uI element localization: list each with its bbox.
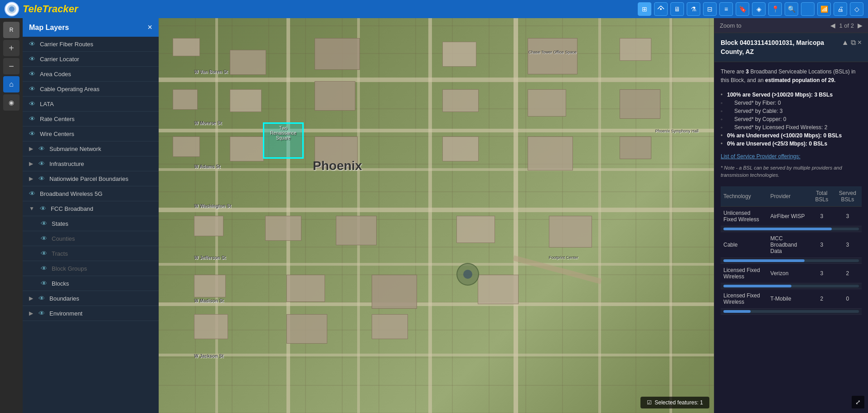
layer-item-carrier-locator[interactable]: 👁Carrier Locator: [23, 52, 159, 67]
monitor-toolbar-btn[interactable]: 🖥: [670, 2, 684, 16]
logo-icon: [5, 2, 19, 16]
layers-close-btn[interactable]: ×: [147, 23, 152, 32]
table-row: [721, 226, 862, 232]
signal-toolbar-btn[interactable]: [654, 2, 668, 16]
layer-item-counties[interactable]: 👁Counties: [23, 231, 159, 246]
layer-item-environment[interactable]: ▶👁Environment: [23, 306, 159, 321]
selected-block[interactable]: Two Renaissance Square: [263, 122, 304, 159]
layer-eye-broadband-wireless[interactable]: 👁: [29, 190, 36, 197]
bullet-served: 100% are Served (>100/20 Mbps): 3 BSLs: [721, 91, 862, 99]
home-side-btn[interactable]: ⌂: [3, 76, 19, 92]
bookmark-toolbar-btn[interactable]: 🔖: [736, 2, 749, 16]
person-toolbar-btn[interactable]: 👤: [801, 2, 815, 16]
layer-chevron-boundaries: ▶: [29, 295, 33, 301]
cell-technology: Licensed Fixed Wireless: [721, 289, 768, 308]
col-total: Total BSLs: [810, 186, 834, 207]
layers-toolbar-btn[interactable]: ⊞: [638, 2, 651, 16]
layer-eye-submarine-network[interactable]: 👁: [39, 145, 46, 152]
layer-chevron-nationwide-parcel: ▶: [29, 175, 33, 182]
layer-item-blocks[interactable]: 👁Blocks: [23, 276, 159, 291]
layer-item-wire-centers[interactable]: 👁Wire Centers: [23, 126, 159, 141]
layer-eye-fcc-broadband[interactable]: 👁: [40, 205, 47, 212]
print-toolbar-btn[interactable]: 🖨: [834, 2, 847, 16]
layer-eye-blocks[interactable]: 👁: [41, 280, 48, 287]
layer-item-carrier-fiber[interactable]: 👁Carrier Fiber Routes: [23, 37, 159, 52]
layer-eye-counties[interactable]: 👁: [41, 235, 48, 242]
layer-label-boundaries: Boundaries: [49, 295, 79, 302]
layer-item-states[interactable]: 👁States: [23, 216, 159, 231]
bullet-fiber: Served* by Fiber: 0: [721, 99, 862, 107]
layer-chevron-fcc-broadband: ▼: [29, 205, 34, 212]
provider-tbody: Unlicensed Fixed Wireless AirFiber WISP …: [721, 206, 862, 314]
layer-eye-cable-operating[interactable]: 👁: [29, 85, 36, 92]
pin-toolbar-btn[interactable]: 📍: [768, 2, 782, 16]
layer-eye-nationwide-parcel[interactable]: 👁: [39, 175, 46, 182]
table-row: Unlicensed Fixed Wireless AirFiber WISP …: [721, 206, 862, 226]
layer-label-carrier-fiber: Carrier Fiber Routes: [40, 41, 93, 48]
layer-label-rate-centers: Rate Centers: [40, 116, 75, 122]
cell-served: 3: [834, 232, 862, 258]
layer-eye-block-groups[interactable]: 👁: [41, 265, 48, 272]
zoom-prev-btn[interactable]: ◀: [830, 22, 835, 29]
layer-label-tracts: Tracts: [52, 250, 68, 257]
block-collapse-btn[interactable]: ▲: [842, 39, 849, 47]
layer-label-states: States: [52, 220, 68, 227]
layers2-toolbar-btn[interactable]: ◈: [752, 2, 766, 16]
search-toolbar-btn[interactable]: 🔍: [785, 2, 798, 16]
layer-eye-boundaries[interactable]: 👁: [39, 295, 46, 302]
location-side-btn[interactable]: ◉: [3, 94, 19, 111]
layer-eye-environment[interactable]: 👁: [39, 310, 46, 317]
layer-eye-carrier-locator[interactable]: 👁: [29, 55, 36, 63]
layer-label-blocks: Blocks: [52, 280, 69, 287]
bullet-fixed-wireless: Served* by Licensed Fixed Wireless: 2: [721, 123, 862, 131]
layer-item-fcc-broadband[interactable]: ▼👁FCC Broadband: [23, 201, 159, 216]
layer-item-broadband-wireless[interactable]: 👁Broadband Wireless 5G: [23, 186, 159, 201]
layer-eye-tracts[interactable]: 👁: [41, 250, 48, 257]
toolbar: TeleTracker ⊞ 🖥 ⚗ ⊟ ≡ 🔖 ◈ 📍 🔍 👤 📶 🖨 ◇: [0, 0, 868, 18]
cell-total: 3: [810, 206, 834, 226]
block-popout-btn[interactable]: ⧉: [851, 39, 856, 47]
layer-item-rate-centers[interactable]: 👁Rate Centers: [23, 112, 159, 126]
layers-header: Map Layers ×: [23, 18, 159, 37]
layer-item-cable-operating[interactable]: 👁Cable Operating Areas: [23, 82, 159, 97]
layer-label-nationwide-parcel: Nationwide Parcel Boundaries: [49, 175, 128, 182]
expand-map-btn[interactable]: ⤢: [852, 396, 864, 408]
layer-item-tracts[interactable]: 👁Tracts: [23, 246, 159, 261]
table-toolbar-btn[interactable]: ⊟: [703, 2, 717, 16]
zoom-in-side-btn[interactable]: +: [3, 40, 19, 56]
cell-provider: AirFiber WISP: [768, 206, 810, 226]
layer-item-boundaries[interactable]: ▶👁Boundaries: [23, 291, 159, 306]
layer-chevron-submarine-network: ▶: [29, 146, 33, 152]
col-technology: Technology: [721, 186, 768, 207]
wifi-toolbar-btn[interactable]: 📶: [817, 2, 831, 16]
features-icon: ☑: [647, 399, 652, 406]
list-toolbar-btn[interactable]: ≡: [719, 2, 733, 16]
layer-chevron-environment: ▶: [29, 310, 33, 316]
cell-technology: Cable: [721, 232, 768, 258]
layer-eye-rate-centers[interactable]: 👁: [29, 115, 36, 122]
zoom-out-side-btn[interactable]: −: [3, 58, 19, 74]
block-close-btn[interactable]: ×: [858, 39, 862, 47]
layer-item-nationwide-parcel[interactable]: ▶👁Nationwide Parcel Boundaries: [23, 171, 159, 186]
diamond-toolbar-btn[interactable]: ◇: [850, 2, 863, 16]
layer-eye-carrier-fiber[interactable]: 👁: [29, 40, 36, 48]
layer-label-lata: LATA: [40, 101, 54, 107]
block-header: Block 040131141001031, Maricopa County, …: [714, 33, 868, 62]
layer-item-submarine-network[interactable]: ▶👁Submarine Network: [23, 141, 159, 156]
layer-eye-wire-centers[interactable]: 👁: [29, 130, 36, 137]
cell-served: 0: [834, 289, 862, 308]
layer-eye-lata[interactable]: 👁: [29, 100, 36, 107]
block-content: There are 3 Broadband Serviceable Locati…: [714, 62, 868, 320]
zoom-next-btn[interactable]: ▶: [858, 22, 863, 29]
layer-item-lata[interactable]: 👁LATA: [23, 97, 159, 112]
filter-toolbar-btn[interactable]: ⚗: [687, 2, 700, 16]
layer-item-block-groups[interactable]: 👁Block Groups: [23, 261, 159, 276]
layer-eye-area-codes[interactable]: 👁: [29, 70, 36, 78]
service-provider-link[interactable]: List of Service Provider offerings:: [721, 153, 862, 160]
layer-item-area-codes[interactable]: 👁Area Codes: [23, 67, 159, 82]
layer-eye-states[interactable]: 👁: [41, 220, 48, 227]
layer-item-infrastructure[interactable]: ▶👁Infrastructure: [23, 156, 159, 171]
expand-side-btn[interactable]: R: [3, 22, 19, 38]
cell-provider: T-Mobile: [768, 289, 810, 308]
layer-eye-infrastructure[interactable]: 👁: [39, 160, 46, 167]
